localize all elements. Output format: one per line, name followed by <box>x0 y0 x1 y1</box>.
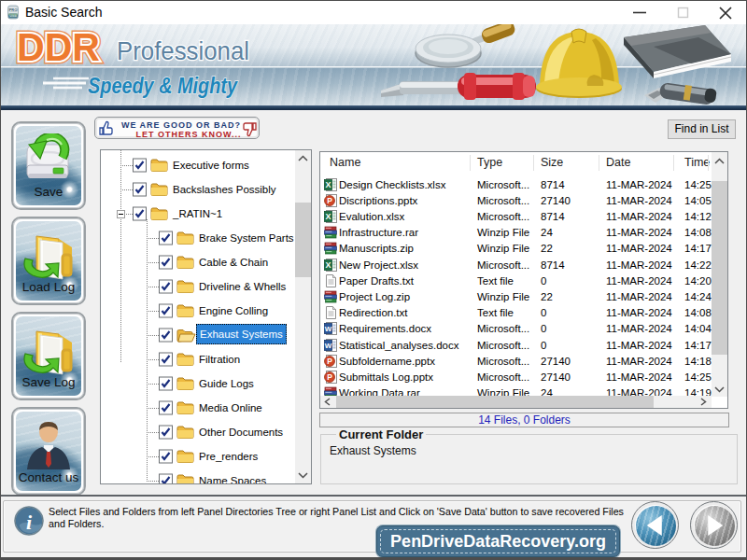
svg-text:Professional: Professional <box>117 36 249 65</box>
svg-text:X: X <box>325 260 331 270</box>
svg-text:X: X <box>325 212 331 221</box>
svg-text:P: P <box>327 372 332 382</box>
svg-text:X: X <box>325 180 331 189</box>
svg-text:PRO: PRO <box>9 7 18 12</box>
svg-text:i: i <box>26 511 33 534</box>
svg-text:DDR: DDR <box>17 24 100 69</box>
svg-text:P: P <box>327 196 332 205</box>
svg-text:P: P <box>327 357 332 366</box>
svg-text:W: W <box>325 325 332 333</box>
svg-text:W: W <box>325 342 332 350</box>
svg-text:Speedy & Mighty: Speedy & Mighty <box>88 73 238 98</box>
